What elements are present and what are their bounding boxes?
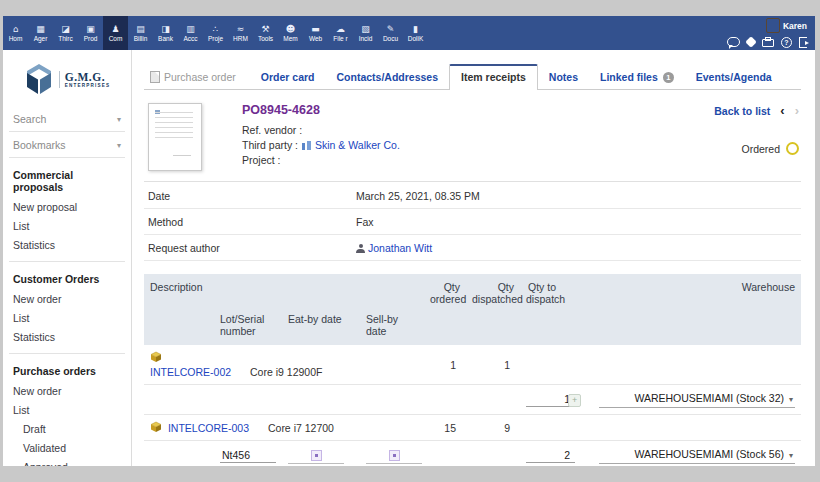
table-subheader-row: Lot/Serial number Eat-by date Sell-by da… <box>144 309 801 345</box>
help-icon[interactable] <box>781 37 792 48</box>
logo-title: G.M.G. <box>65 71 111 83</box>
app-window: ⌂Hom ▦Ager ◪Thirc ▣Prod ♟Com ▤Billin ◨Ba… <box>3 16 815 466</box>
print-icon[interactable] <box>762 39 774 47</box>
dolikart-icon: ▮ <box>413 24 418 34</box>
user-menu[interactable]: Karen <box>766 18 807 33</box>
table-header-row: Description Qty ordered Qty dispatched Q… <box>144 274 801 309</box>
sidebar-item-customer-order-statistics[interactable]: Statistics <box>3 327 131 346</box>
sidebar-bookmarks-dropdown[interactable]: Bookmarks <box>9 132 125 158</box>
menu-third-parties[interactable]: ◪Thirc <box>53 16 78 50</box>
calendar-icon[interactable] <box>311 450 322 461</box>
menu-agenda[interactable]: ▦Ager <box>28 16 53 50</box>
col-description: Description <box>144 274 424 309</box>
menu-accounting[interactable]: ▥Accc <box>178 16 203 50</box>
bug-report-icon[interactable] <box>747 38 755 46</box>
product-cube-icon <box>150 351 162 363</box>
request-author-link[interactable]: Jonathan Witt <box>368 242 432 254</box>
qty-to-dispatch-input[interactable] <box>526 448 575 463</box>
sidebar-item-new-proposal[interactable]: New proposal <box>3 197 131 216</box>
warehouse-select[interactable]: WAREHOUSEMIAMI (Stock 56) <box>599 447 795 464</box>
eat-by-date-input[interactable] <box>288 448 344 464</box>
sidebar-item-customer-order-list[interactable]: List <box>3 308 131 327</box>
menu-tools[interactable]: ⚒Tools <box>253 16 278 50</box>
section-commercial-proposals: Commercial proposals <box>3 158 131 197</box>
menu-home[interactable]: ⌂Hom <box>3 16 28 50</box>
status-label: Ordered <box>741 143 780 155</box>
menu-bank[interactable]: ◨Bank <box>153 16 178 50</box>
sidebar-item-proposal-list[interactable]: List <box>3 216 131 235</box>
menu-projects[interactable]: ∴Proje <box>203 16 228 50</box>
section-purchase-orders: Purchase orders <box>3 354 131 381</box>
comment-bubble-icon[interactable] <box>727 37 740 47</box>
agenda-icon: ▦ <box>36 24 45 34</box>
ref-vendor-line: Ref. vendor : <box>242 124 669 136</box>
calendar-icon[interactable] <box>389 450 400 461</box>
menu-website[interactable]: ▬Web <box>303 16 328 50</box>
menu-incidents[interactable]: ▧Incid <box>353 16 378 50</box>
top-menu: ⌂Hom ▦Ager ◪Thirc ▣Prod ♟Com ▤Billin ◨Ba… <box>3 16 428 50</box>
logout-icon[interactable] <box>799 37 807 48</box>
menu-files[interactable]: ☁File r <box>328 16 353 50</box>
menu-members[interactable]: ☻Mem <box>278 16 303 50</box>
user-icon <box>356 244 365 253</box>
sidebar-search-dropdown[interactable]: Search <box>9 106 125 132</box>
tab-contacts-addresses[interactable]: Contacts/Addresses <box>326 66 450 89</box>
menu-hrm[interactable]: ≈HRM <box>228 16 253 50</box>
date-value: March 25, 2021, 08.35 PM <box>352 183 801 209</box>
product-ref-link[interactable]: INTELCORE-002 <box>150 366 231 378</box>
sidebar-item-new-purchase-order[interactable]: New order <box>3 381 131 400</box>
tab-notes[interactable]: Notes <box>538 66 589 89</box>
chevron-down-icon <box>789 451 793 460</box>
search-label: Search <box>13 113 46 125</box>
billing-icon: ▤ <box>136 24 145 34</box>
document-thumbnail[interactable] <box>148 103 202 171</box>
tab-item-receipts[interactable]: Item receipts <box>449 64 538 90</box>
logo-hexagon-icon <box>24 62 54 96</box>
qty-ordered-value: 15 <box>424 415 466 441</box>
chevron-down-icon <box>789 395 793 404</box>
project-line: Project : <box>242 154 669 166</box>
top-menu-bar: ⌂Hom ▦Ager ◪Thirc ▣Prod ♟Com ▤Billin ◨Ba… <box>3 16 815 50</box>
next-record-icon: › <box>795 103 799 118</box>
tab-events-agenda[interactable]: Events/Agenda <box>685 66 783 89</box>
col-sell-by-date: Sell-by date <box>360 309 424 345</box>
accounting-icon: ▥ <box>186 24 195 34</box>
sidebar-item-new-customer-order[interactable]: New order <box>3 289 131 308</box>
product-row: INTELCORE-002 Core i9 12900F 1 1 <box>144 345 801 385</box>
documents-icon: ✎ <box>387 24 395 34</box>
tab-order-card[interactable]: Order card <box>250 66 326 89</box>
lot-serial-input[interactable] <box>220 448 276 463</box>
previous-record-icon[interactable]: ‹ <box>780 103 784 118</box>
sidebar-item-validated[interactable]: Validated <box>3 438 131 457</box>
sell-by-date-input[interactable] <box>366 448 422 464</box>
warehouse-select[interactable]: WAREHOUSEMIAMI (Stock 32) <box>599 391 795 408</box>
order-details-table: Date March 25, 2021, 08.35 PM Method Fax… <box>144 183 801 261</box>
sidebar-item-approved[interactable]: Approved <box>3 457 131 466</box>
tab-linked-files[interactable]: Linked files 1 <box>589 66 685 89</box>
menu-products[interactable]: ▣Prod <box>78 16 103 50</box>
third-party-link[interactable]: Skin & Walker Co. <box>315 139 400 151</box>
projects-icon: ∴ <box>213 24 219 34</box>
sidebar-item-draft[interactable]: Draft <box>3 419 131 438</box>
main-content: Purchase order Order card Contacts/Addre… <box>132 50 815 466</box>
chevron-down-icon <box>117 141 121 150</box>
sidebar-item-proposal-statistics[interactable]: Statistics <box>3 235 131 254</box>
bookmarks-label: Bookmarks <box>13 139 66 151</box>
product-ref-link[interactable]: INTELCORE-003 <box>168 422 249 434</box>
product-label: Core i7 12700 <box>268 422 334 434</box>
bank-icon: ◨ <box>161 24 170 34</box>
split-line-icon[interactable] <box>568 394 581 407</box>
commerce-icon: ♟ <box>111 24 119 34</box>
sidebar-item-purchase-order-list[interactable]: List <box>3 400 131 419</box>
menu-dolikart[interactable]: ▮DoliK <box>403 16 428 50</box>
qty-dispatched-value: 1 <box>466 345 520 385</box>
company-logo: G.M.G. ENTERPRISES <box>3 62 131 96</box>
purchase-order-icon <box>150 71 160 83</box>
menu-commerce[interactable]: ♟Com <box>103 16 128 50</box>
detail-row-method: Method Fax <box>144 209 801 235</box>
menu-documents[interactable]: ✎Docu <box>378 16 403 50</box>
method-value: Fax <box>352 209 801 235</box>
back-to-list-link[interactable]: Back to list <box>714 105 770 117</box>
menu-billing[interactable]: ▤Billin <box>128 16 153 50</box>
dispatch-row: WAREHOUSEMIAMI (Stock 32) <box>144 385 801 415</box>
